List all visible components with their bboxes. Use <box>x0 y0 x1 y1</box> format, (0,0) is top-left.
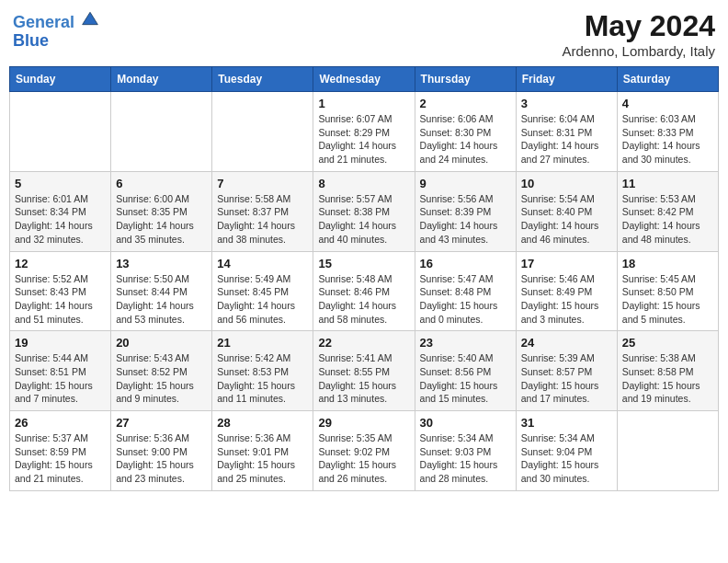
calendar-cell: 10Sunrise: 5:54 AM Sunset: 8:40 PM Dayli… <box>516 171 617 251</box>
day-number: 18 <box>622 257 713 270</box>
day-number: 3 <box>521 97 612 110</box>
logo-general: General <box>13 13 74 31</box>
calendar-cell <box>10 92 111 172</box>
day-number: 20 <box>116 336 207 350</box>
calendar-cell: 28Sunrise: 5:36 AM Sunset: 9:01 PM Dayli… <box>212 411 313 491</box>
day-number: 9 <box>420 177 511 190</box>
day-number: 23 <box>420 336 511 350</box>
month-year-title: May 2024 <box>563 9 715 43</box>
day-info: Sunrise: 5:34 AM Sunset: 9:03 PM Dayligh… <box>420 431 511 486</box>
day-number: 21 <box>217 336 308 350</box>
calendar-cell: 25Sunrise: 5:38 AM Sunset: 8:58 PM Dayli… <box>617 331 718 411</box>
day-info: Sunrise: 5:48 AM Sunset: 8:46 PM Dayligh… <box>318 272 409 327</box>
week-row-2: 5Sunrise: 6:01 AM Sunset: 8:34 PM Daylig… <box>10 171 719 251</box>
day-info: Sunrise: 6:00 AM Sunset: 8:35 PM Dayligh… <box>116 192 207 247</box>
calendar-cell: 15Sunrise: 5:48 AM Sunset: 8:46 PM Dayli… <box>313 251 415 331</box>
calendar-cell: 21Sunrise: 5:42 AM Sunset: 8:53 PM Dayli… <box>212 331 313 411</box>
title-block: May 2024 Ardenno, Lombardy, Italy <box>563 9 715 59</box>
calendar-cell: 8Sunrise: 5:57 AM Sunset: 8:38 PM Daylig… <box>313 171 415 251</box>
day-info: Sunrise: 5:42 AM Sunset: 8:53 PM Dayligh… <box>217 351 308 406</box>
weekday-header-saturday: Saturday <box>617 67 718 92</box>
day-number: 7 <box>217 177 308 190</box>
calendar-cell: 3Sunrise: 6:04 AM Sunset: 8:31 PM Daylig… <box>516 92 617 172</box>
day-number: 30 <box>420 416 511 430</box>
calendar-cell: 7Sunrise: 5:58 AM Sunset: 8:37 PM Daylig… <box>212 171 313 251</box>
calendar-cell: 5Sunrise: 6:01 AM Sunset: 8:34 PM Daylig… <box>10 171 111 251</box>
calendar-cell: 23Sunrise: 5:40 AM Sunset: 8:56 PM Dayli… <box>415 331 516 411</box>
day-info: Sunrise: 5:35 AM Sunset: 9:02 PM Dayligh… <box>318 431 409 486</box>
weekday-header-monday: Monday <box>111 67 212 92</box>
logo: General Blue <box>13 9 99 51</box>
weekday-header-thursday: Thursday <box>415 67 516 92</box>
calendar-cell: 1Sunrise: 6:07 AM Sunset: 8:29 PM Daylig… <box>313 92 415 172</box>
svg-marker-0 <box>83 12 98 24</box>
day-number: 27 <box>116 416 207 430</box>
day-number: 31 <box>521 416 612 430</box>
day-number: 19 <box>15 336 106 350</box>
day-info: Sunrise: 5:40 AM Sunset: 8:56 PM Dayligh… <box>420 351 511 406</box>
week-row-1: 1Sunrise: 6:07 AM Sunset: 8:29 PM Daylig… <box>10 92 719 172</box>
day-number: 13 <box>116 257 207 270</box>
day-info: Sunrise: 5:36 AM Sunset: 9:00 PM Dayligh… <box>116 431 207 486</box>
calendar-cell <box>212 92 313 172</box>
calendar-cell <box>111 92 212 172</box>
logo-blue: Blue <box>13 31 49 50</box>
day-number: 1 <box>318 97 409 110</box>
calendar-cell: 30Sunrise: 5:34 AM Sunset: 9:03 PM Dayli… <box>415 411 516 491</box>
day-info: Sunrise: 5:56 AM Sunset: 8:39 PM Dayligh… <box>420 192 511 247</box>
day-info: Sunrise: 5:37 AM Sunset: 8:59 PM Dayligh… <box>15 431 106 486</box>
day-info: Sunrise: 5:57 AM Sunset: 8:38 PM Dayligh… <box>318 192 409 247</box>
day-info: Sunrise: 5:53 AM Sunset: 8:42 PM Dayligh… <box>622 192 713 247</box>
day-info: Sunrise: 5:39 AM Sunset: 8:57 PM Dayligh… <box>521 351 612 406</box>
calendar-cell: 12Sunrise: 5:52 AM Sunset: 8:43 PM Dayli… <box>10 251 111 331</box>
calendar-cell: 17Sunrise: 5:46 AM Sunset: 8:49 PM Dayli… <box>516 251 617 331</box>
day-info: Sunrise: 6:03 AM Sunset: 8:33 PM Dayligh… <box>622 112 713 167</box>
page-header: General Blue May 2024 Ardenno, Lombardy,… <box>9 9 719 59</box>
day-number: 4 <box>622 97 713 110</box>
week-row-5: 26Sunrise: 5:37 AM Sunset: 8:59 PM Dayli… <box>10 411 719 491</box>
calendar-cell: 13Sunrise: 5:50 AM Sunset: 8:44 PM Dayli… <box>111 251 212 331</box>
day-info: Sunrise: 5:50 AM Sunset: 8:44 PM Dayligh… <box>116 272 207 327</box>
day-number: 22 <box>318 336 409 350</box>
day-info: Sunrise: 6:07 AM Sunset: 8:29 PM Dayligh… <box>318 112 409 167</box>
calendar-cell: 29Sunrise: 5:35 AM Sunset: 9:02 PM Dayli… <box>313 411 415 491</box>
day-number: 24 <box>521 336 612 350</box>
calendar-cell: 6Sunrise: 6:00 AM Sunset: 8:35 PM Daylig… <box>111 171 212 251</box>
day-info: Sunrise: 5:34 AM Sunset: 9:04 PM Dayligh… <box>521 431 612 486</box>
calendar-cell: 18Sunrise: 5:45 AM Sunset: 8:50 PM Dayli… <box>617 251 718 331</box>
day-number: 8 <box>318 177 409 190</box>
calendar-table: SundayMondayTuesdayWednesdayThursdayFrid… <box>9 66 719 491</box>
day-number: 28 <box>217 416 308 430</box>
calendar-cell: 24Sunrise: 5:39 AM Sunset: 8:57 PM Dayli… <box>516 331 617 411</box>
day-number: 2 <box>420 97 511 110</box>
day-info: Sunrise: 5:47 AM Sunset: 8:48 PM Dayligh… <box>420 272 511 327</box>
week-row-4: 19Sunrise: 5:44 AM Sunset: 8:51 PM Dayli… <box>10 331 719 411</box>
day-number: 26 <box>15 416 106 430</box>
calendar-cell: 31Sunrise: 5:34 AM Sunset: 9:04 PM Dayli… <box>516 411 617 491</box>
day-number: 5 <box>15 177 106 190</box>
location-subtitle: Ardenno, Lombardy, Italy <box>563 43 715 59</box>
calendar-cell: 14Sunrise: 5:49 AM Sunset: 8:45 PM Dayli… <box>212 251 313 331</box>
weekday-header-sunday: Sunday <box>10 67 111 92</box>
day-info: Sunrise: 6:01 AM Sunset: 8:34 PM Dayligh… <box>15 192 106 247</box>
calendar-cell: 4Sunrise: 6:03 AM Sunset: 8:33 PM Daylig… <box>617 92 718 172</box>
weekday-header-row: SundayMondayTuesdayWednesdayThursdayFrid… <box>10 67 719 92</box>
day-info: Sunrise: 5:49 AM Sunset: 8:45 PM Dayligh… <box>217 272 308 327</box>
day-number: 10 <box>521 177 612 190</box>
day-number: 11 <box>622 177 713 190</box>
weekday-header-friday: Friday <box>516 67 617 92</box>
calendar-cell: 9Sunrise: 5:56 AM Sunset: 8:39 PM Daylig… <box>415 171 516 251</box>
day-info: Sunrise: 6:04 AM Sunset: 8:31 PM Dayligh… <box>521 112 612 167</box>
day-info: Sunrise: 5:38 AM Sunset: 8:58 PM Dayligh… <box>622 351 713 406</box>
day-number: 15 <box>318 257 409 270</box>
day-number: 12 <box>15 257 106 270</box>
day-number: 14 <box>217 257 308 270</box>
week-row-3: 12Sunrise: 5:52 AM Sunset: 8:43 PM Dayli… <box>10 251 719 331</box>
day-info: Sunrise: 5:46 AM Sunset: 8:49 PM Dayligh… <box>521 272 612 327</box>
calendar-cell: 26Sunrise: 5:37 AM Sunset: 8:59 PM Dayli… <box>10 411 111 491</box>
calendar-cell: 19Sunrise: 5:44 AM Sunset: 8:51 PM Dayli… <box>10 331 111 411</box>
day-number: 16 <box>420 257 511 270</box>
day-info: Sunrise: 5:41 AM Sunset: 8:55 PM Dayligh… <box>318 351 409 406</box>
weekday-header-wednesday: Wednesday <box>313 67 415 92</box>
day-number: 6 <box>116 177 207 190</box>
